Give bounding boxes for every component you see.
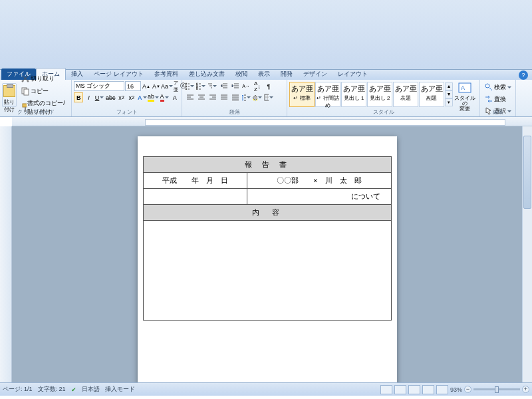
asian-layout-button[interactable]: A→ (241, 81, 251, 91)
replace-button[interactable]: 置換 (482, 93, 513, 105)
style-preview: あア亜 (342, 84, 366, 94)
group-label-styles: スタイル (287, 108, 479, 116)
status-insert-mode[interactable]: 挿入モード (105, 385, 135, 394)
status-language[interactable]: 日本語 (82, 385, 100, 394)
style-item[interactable]: あア亜見出し 1 (341, 82, 366, 107)
justify-button[interactable] (218, 92, 229, 102)
view-web[interactable] (408, 385, 420, 394)
find-button[interactable]: 検索 (482, 81, 513, 93)
date-cell[interactable]: 平成 年 月 日 (143, 173, 247, 189)
zoom-in-button[interactable]: + (522, 386, 529, 393)
group-editing: 検索 置換 選択 編集 (480, 80, 516, 116)
copy-button[interactable]: コピー (19, 85, 69, 97)
shading-button[interactable] (252, 92, 263, 102)
status-words[interactable]: 文字数: 21 (38, 385, 66, 394)
font-name-input[interactable] (74, 81, 124, 91)
style-name: 表題 (394, 94, 418, 102)
title-cell[interactable]: 報 告 書 (143, 157, 391, 173)
change-styles-icon: A (458, 82, 471, 94)
spellcheck-icon[interactable]: ✔ (71, 386, 76, 393)
group-label-font: フォント (72, 108, 182, 116)
vertical-scrollbar[interactable] (522, 126, 532, 382)
style-preview: あア亜 (290, 84, 314, 94)
borders-button[interactable] (263, 92, 274, 102)
horizontal-ruler[interactable] (12, 117, 532, 126)
zoom-out-button[interactable]: − (464, 386, 471, 393)
style-item[interactable]: あア亜表題 (393, 82, 418, 107)
grow-font-button[interactable]: A▲ (142, 81, 151, 91)
phonetic-button[interactable]: ア亜 (173, 81, 179, 91)
search-icon (484, 82, 493, 92)
subject-cell-right[interactable]: について (247, 189, 391, 205)
sort-button[interactable]: AZ↓ (252, 81, 263, 91)
distribute-button[interactable] (229, 92, 240, 102)
subject-cell-left[interactable] (143, 189, 247, 205)
show-marks-button[interactable]: ¶ (263, 81, 274, 91)
style-item[interactable]: あア亜副題 (419, 82, 444, 107)
document-area[interactable]: 報 告 書 平成 年 月 日 〇〇部 × 川 太 郎 について 内 容 (12, 126, 522, 382)
status-page[interactable]: ページ: 1/1 (3, 385, 33, 394)
highlight-button[interactable]: ab (148, 92, 159, 102)
style-item[interactable]: あア亜↵ 標準 (289, 82, 315, 107)
svg-line-51 (489, 88, 492, 90)
style-expand[interactable]: ▾ (445, 98, 453, 106)
underline-button[interactable]: U (94, 92, 105, 102)
copy-icon (21, 86, 30, 96)
svg-point-50 (485, 84, 489, 88)
strike-button[interactable]: abc (105, 92, 116, 102)
author-cell[interactable]: 〇〇部 × 川 太 郎 (247, 173, 391, 189)
scrollbar-thumb[interactable] (523, 136, 531, 209)
style-item[interactable]: あア亜見出し 2 (367, 82, 392, 107)
tab-review[interactable]: 校閲 (230, 68, 253, 80)
style-preview: あア亜 (316, 84, 340, 94)
increase-indent-button[interactable] (229, 81, 240, 91)
tab-design[interactable]: デザイン (298, 68, 332, 80)
multilevel-button[interactable] (207, 81, 217, 91)
view-print-layout[interactable] (380, 385, 392, 394)
style-item[interactable]: あア亜↵ 行間詰め (315, 82, 340, 107)
content-header-cell[interactable]: 内 容 (143, 205, 391, 221)
tab-insert[interactable]: 挿入 (66, 68, 88, 80)
cut-button[interactable]: 切り取り (19, 72, 69, 84)
change-case-button[interactable]: Aa (162, 81, 172, 91)
tab-view[interactable]: 表示 (253, 68, 275, 80)
tab-mailings[interactable]: 差し込み文書 (184, 68, 230, 80)
style-scroll-up[interactable]: ▲ (445, 82, 453, 90)
tab-references[interactable]: 参考資料 (149, 68, 184, 80)
tab-developer[interactable]: 開発 (275, 68, 298, 80)
content-body-cell[interactable] (143, 221, 391, 321)
subscript-button[interactable]: x2 (116, 92, 126, 102)
italic-button[interactable]: I (84, 92, 93, 102)
style-scroll-down[interactable]: ▼ (445, 90, 453, 98)
bold-button[interactable]: B (74, 92, 83, 102)
font-size-input[interactable] (125, 81, 141, 91)
change-styles-button[interactable]: A スタイルの 変更 (454, 82, 476, 107)
vertical-ruler[interactable] (0, 126, 12, 382)
view-outline[interactable] (422, 385, 434, 394)
view-full-screen[interactable] (394, 385, 406, 394)
align-center-button[interactable] (196, 92, 206, 102)
report-table[interactable]: 報 告 書 平成 年 月 日 〇〇部 × 川 太 郎 について 内 容 (143, 156, 392, 321)
zoom-slider[interactable] (473, 388, 520, 390)
tab-page-layout[interactable]: ページ レイアウト (88, 68, 149, 80)
font-color-button[interactable]: A (160, 92, 170, 102)
svg-rect-1 (24, 89, 29, 95)
zoom-thumb[interactable] (495, 386, 499, 393)
char-shading-button[interactable]: A (170, 92, 180, 102)
tab-layout[interactable]: レイアウト (332, 68, 373, 80)
decrease-indent-button[interactable] (218, 81, 229, 91)
shrink-font-button[interactable]: A▼ (152, 81, 161, 91)
style-preview: あア亜 (368, 84, 392, 94)
help-icon[interactable]: ? (519, 70, 528, 80)
superscript-button[interactable]: x2 (127, 92, 136, 102)
line-spacing-button[interactable] (241, 92, 251, 102)
view-draft[interactable] (436, 385, 448, 394)
text-effects-button[interactable]: A (137, 92, 148, 102)
align-left-button[interactable] (184, 92, 195, 102)
zoom-level[interactable]: 93% (450, 386, 462, 393)
numbering-button[interactable]: 123 (196, 81, 206, 91)
paste-button[interactable]: 貼り付け (2, 83, 17, 107)
scissors-icon (21, 74, 30, 83)
bullets-button[interactable] (184, 81, 195, 91)
align-right-button[interactable] (207, 92, 217, 102)
